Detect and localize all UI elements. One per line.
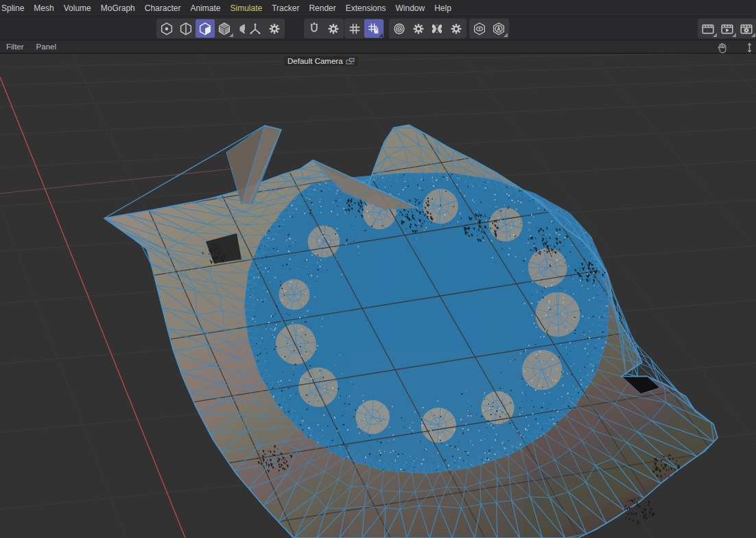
menu-item-character[interactable]: Character xyxy=(140,0,186,16)
dropdown-corner-icon xyxy=(229,33,233,37)
polygons-mode-button[interactable] xyxy=(196,19,215,38)
falloff-settings-button[interactable] xyxy=(409,19,428,38)
dropdown-corner-icon xyxy=(732,33,736,37)
symmetry-button[interactable] xyxy=(427,19,447,38)
symmetry-settings-button[interactable] xyxy=(447,19,466,38)
menu-item-simulate[interactable]: Simulate xyxy=(225,0,267,16)
viewport-solo-icon xyxy=(472,21,487,36)
axis-tool-button[interactable] xyxy=(246,19,265,38)
axis-tool-icon xyxy=(248,21,263,36)
camera-label-text: Default Camera xyxy=(287,57,343,65)
menu-item-tracker[interactable]: Tracker xyxy=(267,0,304,16)
menu-item-mesh[interactable]: Mesh xyxy=(29,0,58,16)
dropdown-corner-icon xyxy=(713,33,717,37)
viewport: Default Camera xyxy=(0,54,756,538)
viewport-menu-panel[interactable]: Panel xyxy=(30,40,62,54)
pan-hand-icon[interactable] xyxy=(716,42,728,54)
snap-icon xyxy=(307,21,322,36)
symmetry-icon xyxy=(429,21,445,36)
points-mode-icon xyxy=(159,21,174,36)
menu-item-mograph[interactable]: MoGraph xyxy=(96,0,140,16)
viewport-menu-bar: FilterPanel xyxy=(0,40,756,54)
gear-icon xyxy=(326,21,341,36)
menu-item-help[interactable]: Help xyxy=(429,0,456,16)
tool-group xyxy=(344,19,384,38)
snap-button[interactable] xyxy=(305,19,324,38)
gear-icon xyxy=(411,21,426,36)
tool-group xyxy=(245,19,285,38)
menu-item-window[interactable]: Window xyxy=(390,0,429,16)
tool-group xyxy=(389,19,429,38)
snap-settings-button[interactable] xyxy=(324,19,343,38)
menu-item-extensions[interactable]: Extensions xyxy=(341,0,391,16)
dropdown-corner-icon xyxy=(379,33,383,37)
render-picture-viewer-button[interactable] xyxy=(718,19,737,38)
menu-item-animate[interactable]: Animate xyxy=(185,0,225,16)
dropdown-corner-icon xyxy=(751,33,755,37)
menu-item-volume[interactable]: Volume xyxy=(59,0,96,16)
gear-icon xyxy=(267,21,282,36)
dropdown-corner-icon xyxy=(504,33,508,37)
falloff-button[interactable] xyxy=(390,19,409,38)
tool-group xyxy=(304,19,344,38)
menu-item-render[interactable]: Render xyxy=(304,0,340,16)
render-settings-button[interactable] xyxy=(737,19,756,38)
edges-mode-button[interactable] xyxy=(176,19,196,38)
move-vertical-icon[interactable] xyxy=(744,42,755,54)
edges-mode-icon xyxy=(178,21,193,36)
lock-workplane-button[interactable] xyxy=(364,19,383,38)
viewport-canvas[interactable] xyxy=(0,54,756,538)
points-mode-button[interactable] xyxy=(157,19,176,38)
workplane-icon xyxy=(347,21,362,36)
tool-group xyxy=(427,19,466,38)
axis-settings-button[interactable] xyxy=(265,19,284,38)
viewport-menu-filter[interactable]: Filter xyxy=(0,40,30,54)
tool-group xyxy=(156,19,254,38)
gear-icon xyxy=(449,21,464,36)
camera-label[interactable]: Default Camera xyxy=(284,56,358,66)
toolbar xyxy=(0,16,756,40)
tool-group xyxy=(469,19,509,38)
viewport-solo-button[interactable] xyxy=(470,19,489,38)
menu-item-spline[interactable]: Spline xyxy=(0,0,29,16)
falloff-icon xyxy=(392,21,407,36)
workplane-button[interactable] xyxy=(345,19,364,38)
polygons-mode-icon xyxy=(198,21,213,36)
solo-auto-button[interactable] xyxy=(489,19,508,38)
cinema4d-window: SplineMeshVolumeMoGraphCharacterAnimateS… xyxy=(0,0,756,538)
menu-bar: SplineMeshVolumeMoGraphCharacterAnimateS… xyxy=(0,0,753,16)
render-view-button[interactable] xyxy=(698,19,718,38)
camera-swap-icon xyxy=(346,58,355,65)
model-mode-button[interactable] xyxy=(215,19,234,38)
tool-group xyxy=(698,19,756,38)
